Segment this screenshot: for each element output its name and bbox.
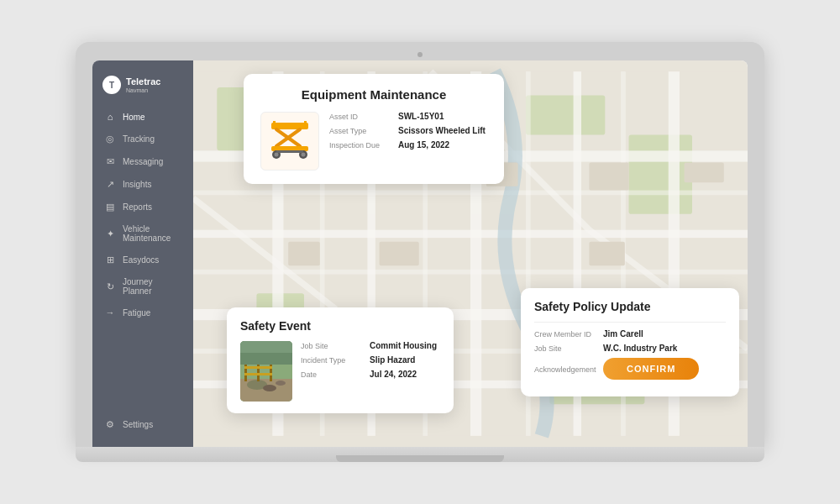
- safety-scene-icon: [240, 341, 292, 402]
- laptop-shell: T Teletrac Navman ⌂ Home ◎ Tracking: [76, 42, 764, 462]
- crew-member-id-label: Crew Member ID: [534, 329, 600, 339]
- svg-rect-4: [629, 135, 692, 214]
- svg-rect-59: [244, 373, 272, 375]
- field-policy-job-site: Job Site W.C. Industry Park: [534, 344, 726, 353]
- camera-icon: [417, 52, 423, 57]
- field-asset-id: Asset ID SWL-15Y01: [329, 112, 487, 121]
- sidebar-label-fatigue: Fatigue: [123, 308, 150, 318]
- asset-id-label: Asset ID: [329, 112, 395, 121]
- sidebar-label-easydocs: Easydocs: [123, 255, 159, 265]
- svg-point-48: [302, 153, 306, 157]
- easydocs-icon: ⊞: [104, 255, 116, 265]
- safety-event-card: Safety Event: [227, 307, 454, 413]
- policy-divider: [534, 322, 726, 323]
- sidebar-label-tracking: Tracking: [123, 134, 155, 144]
- sidebar-item-tracking[interactable]: ◎ Tracking: [92, 128, 193, 150]
- policy-fields: Crew Member ID Jim Carell Job Site W.C. …: [534, 329, 726, 380]
- field-inspection-due: Inspection Due Aug 15, 2022: [329, 140, 487, 150]
- sidebar-item-reports[interactable]: ▤ Reports: [92, 196, 193, 218]
- reports-icon: ▤: [104, 202, 116, 213]
- sidebar: T Teletrac Navman ⌂ Home ◎ Tracking: [92, 60, 193, 447]
- svg-rect-58: [244, 366, 272, 369]
- acknowledgement-label: Acknowledgement: [534, 365, 600, 374]
- field-acknowledgement: Acknowledgement CONFIRM: [534, 358, 726, 380]
- asset-type-label: Asset Type: [329, 126, 395, 135]
- svg-rect-49: [276, 150, 303, 153]
- safety-event-image: [240, 341, 292, 402]
- safety-event-body: Job Site Commit Housing Incident Type Sl…: [240, 341, 440, 402]
- laptop-screen: T Teletrac Navman ⌂ Home ◎ Tracking: [92, 60, 748, 447]
- equipment-image: [260, 112, 319, 171]
- equipment-maintenance-card: Equipment Maintenance: [244, 74, 504, 184]
- sidebar-logo: T Teletrac Navman: [92, 71, 193, 106]
- safety-policy-card: Safety Policy Update Crew Member ID Jim …: [521, 288, 739, 396]
- sidebar-item-vehicle-maintenance[interactable]: ✦ Vehicle Maintenance: [92, 218, 193, 249]
- svg-rect-34: [685, 163, 724, 183]
- safety-policy-title: Safety Policy Update: [534, 300, 726, 313]
- sidebar-label-vehicle-maintenance: Vehicle Maintenance: [123, 224, 181, 243]
- asset-id-value: SWL-15Y01: [398, 112, 444, 121]
- date-value: Jul 24, 2022: [370, 370, 417, 379]
- laptop-base: [76, 447, 764, 462]
- tracking-icon: ◎: [104, 134, 116, 144]
- sidebar-label-journey-planner: Journey Planner: [123, 277, 181, 296]
- svg-rect-3: [526, 95, 605, 134]
- maintenance-icon: ✦: [104, 228, 116, 239]
- policy-job-site-label: Job Site: [534, 344, 600, 353]
- equipment-fields: Asset ID SWL-15Y01 Asset Type Scissors W…: [329, 112, 487, 171]
- settings-icon: ⚙: [104, 419, 116, 430]
- svg-point-53: [263, 385, 276, 391]
- sidebar-item-fatigue[interactable]: → Fatigue: [92, 302, 193, 323]
- field-date: Date Jul 24, 2022: [301, 370, 440, 379]
- date-label: Date: [301, 370, 366, 379]
- svg-rect-32: [589, 163, 628, 191]
- job-site-value: Commit Housing: [370, 341, 437, 350]
- scissor-lift-icon: [265, 116, 315, 166]
- sidebar-item-insights[interactable]: ↗ Insights: [92, 173, 193, 196]
- sidebar-item-settings[interactable]: ⚙ Settings: [92, 407, 193, 437]
- svg-rect-61: [240, 341, 292, 353]
- sidebar-label-settings: Settings: [123, 420, 153, 429]
- sidebar-label-insights: Insights: [123, 180, 151, 189]
- incident-type-value: Slip Hazard: [370, 355, 415, 365]
- svg-rect-30: [288, 242, 320, 265]
- main-content: Equipment Maintenance: [193, 60, 748, 447]
- policy-job-site-value: W.C. Industry Park: [603, 344, 677, 353]
- asset-type-value: Scissors Wheeled Lift: [398, 126, 486, 135]
- svg-point-54: [276, 381, 286, 386]
- sidebar-item-home[interactable]: ⌂ Home: [92, 106, 193, 128]
- logo-icon: T: [102, 76, 121, 94]
- sidebar-item-easydocs[interactable]: ⊞ Easydocs: [92, 249, 193, 271]
- confirm-button[interactable]: CONFIRM: [603, 358, 699, 380]
- sidebar-label-reports: Reports: [123, 202, 152, 212]
- home-icon: ⌂: [104, 112, 116, 122]
- sidebar-label-home: Home: [123, 113, 145, 122]
- field-incident-type: Incident Type Slip Hazard: [301, 355, 440, 365]
- crew-member-id-value: Jim Carell: [603, 329, 643, 339]
- sidebar-nav: ⌂ Home ◎ Tracking ✉ Messaging ↗ Insights: [92, 106, 193, 407]
- sidebar-item-journey-planner[interactable]: ↻ Journey Planner: [92, 271, 193, 302]
- svg-rect-41: [304, 121, 307, 124]
- equipment-card-body: Asset ID SWL-15Y01 Asset Type Scissors W…: [260, 112, 487, 171]
- svg-point-46: [275, 153, 279, 157]
- fatigue-icon: →: [104, 307, 116, 318]
- equipment-card-title: Equipment Maintenance: [260, 87, 487, 102]
- job-site-label: Job Site: [301, 341, 366, 350]
- messaging-icon: ✉: [104, 156, 116, 167]
- incident-type-label: Incident Type: [301, 355, 366, 365]
- svg-rect-33: [589, 242, 624, 265]
- journey-icon: ↻: [104, 281, 116, 292]
- field-asset-type: Asset Type Scissors Wheeled Lift: [329, 126, 487, 135]
- safety-event-fields: Job Site Commit Housing Incident Type Sl…: [301, 341, 440, 402]
- sidebar-item-messaging[interactable]: ✉ Messaging: [92, 150, 193, 173]
- sidebar-label-messaging: Messaging: [123, 157, 163, 166]
- logo-sub: Navman: [126, 87, 160, 93]
- inspection-due-label: Inspection Due: [329, 140, 395, 150]
- svg-rect-40: [273, 121, 276, 124]
- screen-bezel: T Teletrac Navman ⌂ Home ◎ Tracking: [76, 42, 764, 447]
- logo-text: Teletrac: [126, 76, 160, 87]
- inspection-due-value: Aug 15, 2022: [398, 140, 449, 150]
- safety-event-title: Safety Event: [240, 319, 440, 333]
- field-crew-member-id: Crew Member ID Jim Carell: [534, 329, 726, 339]
- svg-rect-31: [380, 242, 419, 265]
